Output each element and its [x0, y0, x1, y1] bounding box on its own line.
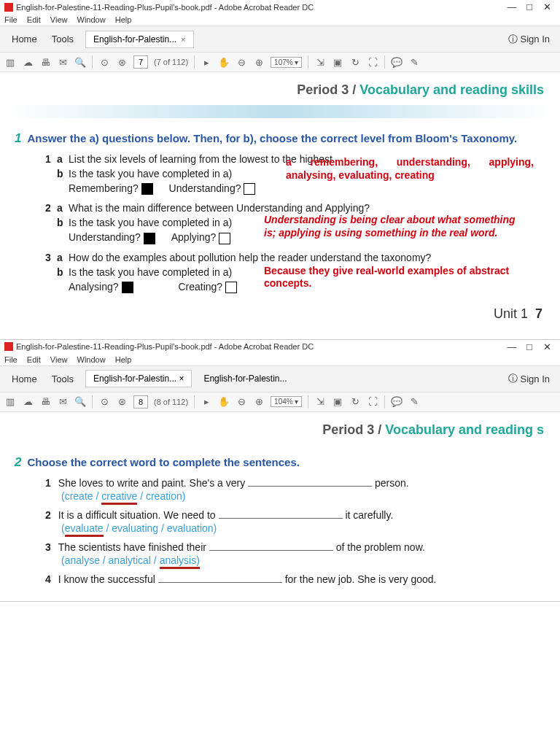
tab-home[interactable]: Home — [4, 29, 44, 49]
tab-document-1[interactable]: English-for-Palestin... × — [85, 370, 192, 387]
comment-icon[interactable]: 💬 — [391, 396, 402, 408]
page-heading: Period 3 / Vocabulary and reading skills — [9, 78, 551, 105]
pointer-icon[interactable]: ▸ — [201, 56, 212, 68]
q3b-text: Is the task you have completed in a) — [69, 266, 232, 278]
menu-view[interactable]: View — [50, 355, 68, 364]
close-button[interactable]: ✕ — [538, 1, 556, 12]
question-3: Because they give real-world examples of… — [45, 252, 551, 293]
mail-icon[interactable]: ✉ — [57, 396, 69, 408]
sign-in-label: Sign In — [521, 34, 550, 44]
sentence-part1: It is a difficult situation. We need to — [58, 509, 219, 521]
options-3: (analyse / analytical / analysis) — [61, 554, 551, 566]
restore-button[interactable]: □ — [521, 1, 538, 12]
fit-width-icon[interactable]: ⇲ — [314, 56, 326, 68]
zoom-out-icon[interactable]: ⊖ — [236, 56, 247, 68]
titlebar: English-for-Palestine-11-Reading-Plus-Pu… — [0, 340, 560, 354]
sentence-number: 4 — [45, 573, 51, 585]
search-icon[interactable]: 🔍 — [74, 56, 86, 68]
close-button[interactable]: ✕ — [538, 341, 556, 352]
blank — [158, 574, 282, 583]
zoom-select[interactable]: 107% ▾ — [271, 57, 302, 68]
section-title: Vocabulary and reading skills — [359, 82, 544, 97]
zoom-select[interactable]: 104% ▾ — [271, 396, 302, 407]
tab-document-2[interactable]: English-for-Palestin... — [196, 371, 294, 387]
prev-page-icon[interactable]: ⊙ — [98, 396, 110, 408]
tab-home[interactable]: Home — [4, 369, 44, 389]
print-icon[interactable]: 🖶 — [39, 56, 51, 68]
period-label: Period 3 / — [297, 82, 359, 97]
restore-button[interactable]: □ — [521, 341, 538, 352]
checkbox-empty[interactable] — [219, 233, 230, 244]
checkbox-empty[interactable] — [244, 183, 255, 195]
sentence-number: 2 — [45, 509, 51, 521]
sign-in[interactable]: ⓘ Sign In — [502, 372, 556, 385]
menu-window[interactable]: Window — [77, 355, 106, 364]
opts-pre: ( — [61, 522, 65, 534]
menu-help[interactable]: Help — [115, 355, 132, 364]
heading-band — [9, 105, 551, 118]
tab-tools[interactable]: Tools — [44, 29, 81, 49]
period-label: Period 3 / — [322, 422, 385, 437]
read-mode-icon[interactable]: ⛶ — [367, 396, 378, 408]
q2b-opt2: Applying? — [171, 231, 217, 243]
page-count: (8 of 112) — [154, 398, 188, 406]
fit-page-icon[interactable]: ▣ — [332, 396, 343, 408]
question-2: Understanding is being clear about what … — [45, 202, 551, 244]
rotate-icon[interactable]: ↻ — [349, 56, 361, 68]
answer-1: a remembering, understanding, applying, … — [286, 156, 534, 182]
checkbox-filled[interactable] — [144, 233, 155, 244]
sentence-4: 4I know the successful for the new job. … — [45, 573, 551, 585]
tab-tools[interactable]: Tools — [44, 369, 81, 389]
read-mode-icon[interactable]: ⛶ — [367, 56, 378, 68]
page-number-input[interactable] — [133, 55, 148, 69]
pdf-page-1: Period 3 / Vocabulary and reading skills… — [0, 72, 560, 339]
zoom-in-icon[interactable]: ⊕ — [253, 56, 265, 68]
exercise-number: 2 — [15, 455, 21, 469]
cloud-icon[interactable]: ☁ — [22, 56, 34, 68]
menu-help[interactable]: Help — [115, 15, 132, 24]
zoom-in-icon[interactable]: ⊕ — [253, 396, 265, 408]
tab-document[interactable]: English-for-Palestin... × — [85, 31, 193, 48]
checkbox-filled[interactable] — [141, 183, 153, 195]
next-page-icon[interactable]: ⊛ — [116, 56, 128, 68]
window-title: English-for-Palestine-11-Reading-Plus-Pu… — [16, 3, 314, 12]
cloud-icon[interactable]: ☁ — [22, 396, 34, 408]
hand-icon[interactable]: ✋ — [218, 56, 230, 68]
exercise-number: 1 — [15, 131, 21, 145]
print-icon[interactable]: 🖶 — [39, 396, 51, 408]
acrobat-window-2: English-for-Palestine-11-Reading-Plus-Pu… — [0, 340, 560, 602]
menu-window[interactable]: Window — [77, 15, 106, 24]
sidebar-icon[interactable]: ▥ — [4, 396, 16, 408]
mail-icon[interactable]: ✉ — [57, 56, 69, 68]
sign-icon[interactable]: ✎ — [408, 396, 420, 408]
menu-view[interactable]: View — [50, 15, 68, 24]
checkbox-empty[interactable] — [225, 282, 237, 293]
minimize-button[interactable]: — — [503, 1, 521, 12]
sentence-1: 1She loves to write and paint. She's a v… — [45, 477, 551, 489]
next-page-icon[interactable]: ⊛ — [116, 396, 128, 408]
menu-edit[interactable]: Edit — [27, 15, 41, 24]
minimize-button[interactable]: — — [503, 341, 521, 352]
menu-edit[interactable]: Edit — [27, 355, 41, 364]
tab-close-icon[interactable]: × — [181, 35, 185, 44]
sidebar-icon[interactable]: ▥ — [4, 56, 16, 68]
opts-pre: (analyse / analytical / — [61, 554, 160, 566]
pointer-icon[interactable]: ▸ — [201, 396, 212, 408]
page-number-input[interactable] — [133, 395, 148, 409]
zoom-out-icon[interactable]: ⊖ — [236, 396, 247, 408]
sign-icon[interactable]: ✎ — [408, 56, 420, 68]
menu-file[interactable]: File — [4, 15, 18, 24]
section-title: Vocabulary and reading s — [385, 422, 544, 437]
fit-width-icon[interactable]: ⇲ — [314, 396, 326, 408]
menu-file[interactable]: File — [4, 355, 18, 364]
search-icon[interactable]: 🔍 — [74, 396, 86, 408]
sign-in[interactable]: ⓘ Sign In — [502, 33, 556, 46]
comment-icon[interactable]: 💬 — [391, 56, 402, 68]
fit-page-icon[interactable]: ▣ — [332, 56, 343, 68]
prev-page-icon[interactable]: ⊙ — [98, 56, 110, 68]
tab-document-label: English-for-Palestin... — [93, 34, 176, 44]
hand-icon[interactable]: ✋ — [218, 396, 230, 408]
rotate-icon[interactable]: ↻ — [349, 396, 361, 408]
tabbar: Home Tools English-for-Palestin... × Eng… — [0, 365, 560, 392]
checkbox-filled[interactable] — [122, 282, 133, 293]
